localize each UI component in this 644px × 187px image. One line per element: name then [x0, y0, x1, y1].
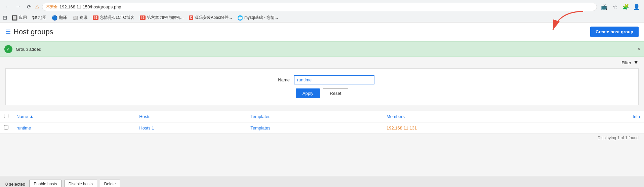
select-all-checkbox[interactable] — [4, 114, 8, 118]
col-header-info: Info — [569, 111, 644, 122]
host-groups-table: Name ▲ Hosts Templates Members Info — [0, 111, 644, 134]
notification-message: Group added — [16, 47, 41, 52]
notification-banner: ✓ Group added × — [0, 41, 644, 57]
filter-name-row: Name — [12, 75, 632, 84]
browser-toolbar: ← → ⟳ ⚠ 不安全 192.168.11.150/hostgroups.ph… — [0, 0, 644, 13]
col-header-name[interactable]: Name ▲ — [12, 111, 135, 122]
create-host-group-button[interactable]: Create host group — [590, 27, 639, 37]
select-all-checkbox-col — [0, 111, 12, 122]
url-text: 192.168.11.150/hostgroups.php — [59, 4, 593, 9]
nav-buttons: ← → ⟳ ⚠ — [3, 2, 39, 11]
row-members-cell: 192.168.11.131 — [383, 122, 569, 134]
filter-form: Name Apply Reset — [5, 68, 639, 105]
bookmark-apps[interactable]: 🔲 应用 — [10, 14, 29, 21]
col-header-templates: Templates — [246, 111, 383, 122]
extensions-icon[interactable]: 🧩 — [621, 2, 631, 11]
row-name-cell[interactable]: runtime — [12, 122, 135, 134]
cast-icon[interactable]: 📺 — [600, 2, 609, 11]
table-row: runtime Hosts 1 Templates 192.168.11.131 — [0, 122, 644, 134]
reload-button[interactable]: ⟳ — [24, 2, 34, 11]
filter-label: Filter — [621, 60, 631, 65]
row-checkbox[interactable] — [4, 125, 8, 129]
bookmark-translate[interactable]: 🔵 翻译 — [50, 14, 69, 21]
bookmark-mysql[interactable]: 🌐 mysql基础 - 忘情... — [235, 14, 280, 21]
delete-button[interactable]: Delete — [100, 180, 120, 187]
apply-button[interactable]: Apply — [296, 88, 320, 98]
page-title: Host groups — [13, 28, 53, 36]
back-button[interactable]: ← — [3, 2, 12, 11]
filter-bar: Filter ▼ — [0, 57, 644, 68]
row-hosts-cell[interactable]: Hosts 1 — [135, 122, 246, 134]
notification-close-button[interactable]: × — [637, 46, 640, 52]
selected-count: 0 selected — [5, 182, 25, 187]
main-content: ✓ Group added × Filter ▼ Name Apply Rese… — [0, 41, 644, 176]
security-label: 不安全 — [46, 4, 57, 9]
reset-button[interactable]: Reset — [323, 88, 348, 98]
bookmarks-bar: ⊞ 🔲 应用 🗺 地图 🔵 翻译 📰 资讯 51 忘情是-51CTO博客 — [0, 13, 644, 22]
forward-button[interactable]: → — [13, 2, 23, 11]
name-field-label: Name — [270, 77, 290, 82]
bookmark-star-icon[interactable]: ☆ — [610, 2, 620, 11]
name-filter-input[interactable] — [294, 75, 374, 84]
account-icon[interactable]: 👤 — [632, 2, 641, 11]
enable-hosts-button[interactable]: Enable hosts — [29, 180, 61, 187]
disable-hosts-button[interactable]: Disable hosts — [64, 180, 97, 187]
filter-icon: ▼ — [633, 60, 639, 66]
success-icon: ✓ — [4, 45, 12, 53]
row-templates-cell[interactable]: Templates — [246, 122, 383, 134]
col-header-members: Members — [383, 111, 569, 122]
menu-icon[interactable]: ☰ — [5, 28, 11, 36]
browser-icons: 📺 ☆ 🧩 👤 — [600, 2, 641, 11]
page-header: ☰ Host groups Create host group — [0, 23, 644, 41]
apps-icon: ⊞ — [3, 14, 7, 21]
col-header-hosts: Hosts — [135, 111, 246, 122]
filter-buttons: Apply Reset — [12, 88, 632, 98]
row-info-cell — [569, 122, 644, 134]
bookmark-ch6[interactable]: 51 第六章 加密与解密... — [138, 14, 186, 21]
bookmark-51cto[interactable]: 51 忘情是-51CTO博客 — [91, 14, 136, 21]
address-bar[interactable]: 不安全 192.168.11.150/hostgroups.php — [42, 3, 597, 11]
table-body: runtime Hosts 1 Templates 192.168.11.131 — [0, 122, 644, 134]
page-title-area: ☰ Host groups — [5, 28, 53, 36]
action-bar: 0 selected Enable hosts Disable hosts De… — [0, 176, 644, 187]
warning-icon: ⚠ — [35, 4, 39, 9]
bookmark-news[interactable]: 📰 资讯 — [70, 14, 89, 21]
row-checkbox-cell — [0, 122, 12, 134]
display-count: Displaying 1 of 1 found — [0, 134, 644, 142]
table-header-row: Name ▲ Hosts Templates Members Info — [0, 111, 644, 122]
table-container: Name ▲ Hosts Templates Members Info — [0, 111, 644, 134]
bookmark-maps[interactable]: 🗺 地图 — [30, 14, 48, 21]
bookmark-apache[interactable]: C 源码安装Apache并... — [187, 14, 234, 21]
